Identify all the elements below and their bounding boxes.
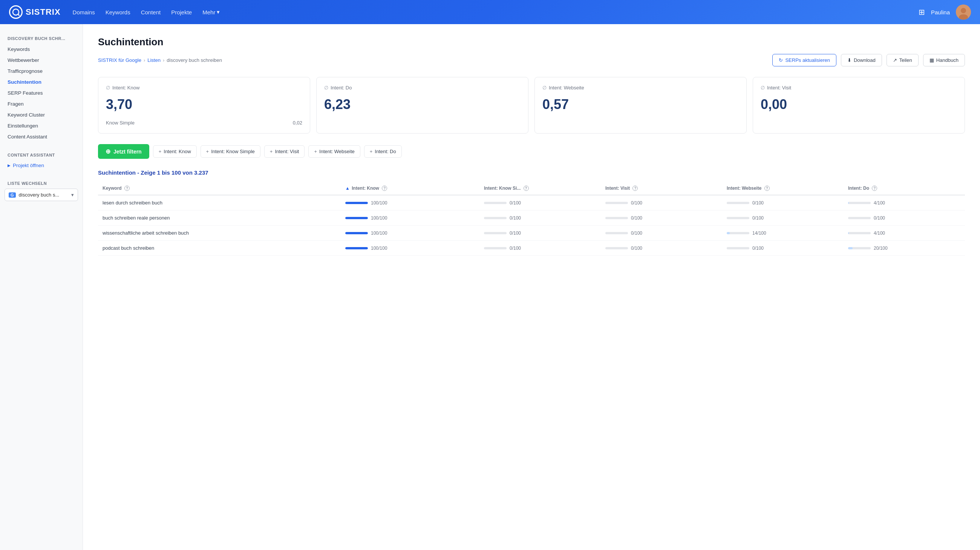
table-row: buch schreiben reale personen 100/100 0/… — [98, 210, 965, 226]
filter-chip-webseite[interactable]: + Intent: Webseite — [308, 145, 360, 158]
progress-bar — [605, 232, 628, 234]
help-icon-keyword[interactable]: ? — [124, 186, 130, 191]
nav-items: Domains Keywords Content Projekte Mehr ▾ — [73, 9, 907, 16]
progress-bar — [484, 247, 507, 249]
score-value: 4/100 — [874, 231, 889, 236]
filter-chip-know[interactable]: + Intent: Know — [153, 145, 197, 158]
help-icon-intent-visit[interactable]: ? — [633, 186, 638, 191]
intent-do-value: 6,23 — [324, 97, 520, 112]
sort-icon: ▲ — [345, 186, 350, 191]
top-bar: SISTRIX für Google › Listen › discovery … — [98, 54, 965, 66]
col-header-intent-visit[interactable]: Intent: Visit ? — [601, 182, 722, 195]
download-button[interactable]: ⬇ Download — [841, 54, 882, 66]
nav-mehr[interactable]: Mehr ▾ — [202, 9, 220, 16]
sidebar-item-projekt-oeffnen[interactable]: ▶ Projekt öffnen — [0, 160, 83, 171]
nav-content[interactable]: Content — [141, 9, 161, 16]
breadcrumb-current: discovery buch schreiben — [167, 57, 222, 63]
table-section: Suchintention - Zeige 1 bis 100 von 3.23… — [98, 169, 965, 256]
table-header-row: Keyword ? ▲ Intent: Know ? Intent: Know … — [98, 182, 965, 195]
table-title: Suchintention - Zeige 1 bis 100 von 3.23… — [98, 169, 965, 176]
progress-bar — [727, 202, 749, 204]
sidebar-item-serp-features[interactable]: SERP Features — [0, 88, 83, 99]
score-cell: 0/100 — [722, 210, 843, 226]
nav-projekte[interactable]: Projekte — [171, 9, 192, 16]
help-icon-intent-do[interactable]: ? — [872, 186, 877, 191]
score-cell: 0/100 — [479, 195, 601, 210]
breadcrumb-sistrix[interactable]: SISTRIX für Google — [98, 57, 142, 63]
progress-bar — [848, 232, 871, 234]
intent-visit-value: 0,00 — [760, 97, 957, 112]
keyword-cell: podcast buch schreiben — [98, 241, 341, 256]
filter-chip-visit-label: Intent: Visit — [275, 148, 299, 154]
breadcrumb-sep-2: › — [163, 57, 164, 63]
score-cell: 0/100 — [479, 226, 601, 241]
col-header-intent-know[interactable]: ▲ Intent: Know ? — [341, 182, 479, 195]
sidebar-item-content-assistant[interactable]: Content Assistant — [0, 131, 83, 142]
sidebar-item-wettbewerber[interactable]: Wettbewerber — [0, 55, 83, 65]
col-header-keyword[interactable]: Keyword ? — [98, 182, 341, 195]
slash-icon-do: ∅ — [324, 85, 328, 91]
col-header-intent-know-si[interactable]: Intent: Know Si... ? — [479, 182, 601, 195]
progress-bar — [345, 202, 368, 204]
sidebar-item-einstellungen[interactable]: Einstellungen — [0, 120, 83, 131]
breadcrumb-sep-1: › — [143, 57, 145, 63]
grid-icon[interactable]: ⊞ — [919, 8, 925, 17]
filter-bar: ⊕ Jetzt filtern + Intent: Know + Intent:… — [98, 144, 965, 159]
score-cell: 100/100 — [341, 195, 479, 210]
refresh-icon: ↻ — [779, 57, 783, 63]
sidebar-item-fragen[interactable]: Fragen — [0, 99, 83, 109]
logo[interactable]: SISTRIX — [9, 5, 61, 19]
svg-line-1 — [18, 14, 20, 16]
plus-icon: + — [270, 148, 273, 154]
nav-keywords[interactable]: Keywords — [105, 9, 130, 16]
score-value: 100/100 — [371, 215, 387, 221]
progress-bar — [848, 247, 871, 249]
sidebar-item-trafficprognose[interactable]: Trafficprognose — [0, 65, 83, 77]
score-cell: 14/100 — [722, 226, 843, 241]
help-icon-intent-webseite[interactable]: ? — [764, 186, 770, 191]
score-value: 0/100 — [631, 200, 647, 206]
sidebar-item-keyword-cluster[interactable]: Keyword Cluster — [0, 109, 83, 120]
progress-bar — [345, 247, 368, 249]
help-icon-intent-know[interactable]: ? — [382, 186, 387, 191]
plus-icon: + — [314, 148, 317, 154]
help-icon-intent-know-si[interactable]: ? — [523, 186, 529, 191]
projekt-label: Projekt öffnen — [13, 163, 44, 168]
filter-chip-know-simple-label: Intent: Know Simple — [211, 148, 255, 154]
liste-value: discovery buch s... — [19, 192, 68, 198]
score-value: 100/100 — [371, 231, 387, 236]
keyword-cell: buch schreiben reale personen — [98, 210, 341, 226]
nav-domains[interactable]: Domains — [73, 9, 95, 16]
sidebar-item-suchintention[interactable]: Suchintention — [0, 77, 83, 88]
score-cell: 0/100 — [479, 241, 601, 256]
progress-bar — [848, 217, 871, 219]
book-icon: ▦ — [929, 57, 934, 63]
score-cell: 100/100 — [341, 226, 479, 241]
logo-icon — [9, 5, 22, 19]
score-cell: 0/100 — [722, 195, 843, 210]
score-value: 0/100 — [510, 215, 525, 221]
score-value: 4/100 — [874, 200, 889, 206]
progress-bar — [605, 217, 628, 219]
score-value: 0/100 — [752, 246, 768, 251]
liste-section: LISTE WECHSELN G discovery buch s... ▾ — [0, 177, 83, 201]
breadcrumb-listen[interactable]: Listen — [147, 57, 161, 63]
liste-dropdown[interactable]: G discovery buch s... ▾ — [5, 189, 78, 201]
intent-webseite-value: 0,57 — [542, 97, 739, 112]
nav-right: ⊞ Paulina — [919, 5, 971, 20]
filter-chip-do[interactable]: + Intent: Do — [364, 145, 402, 158]
serps-aktualisieren-button[interactable]: ↻ SERPs aktualisieren — [772, 54, 837, 66]
col-header-intent-webseite[interactable]: Intent: Webseite ? — [722, 182, 843, 195]
filter-chip-visit[interactable]: + Intent: Visit — [264, 145, 305, 158]
filter-chip-know-simple[interactable]: + Intent: Know Simple — [200, 145, 261, 158]
progress-bar — [727, 232, 749, 234]
handbuch-button[interactable]: ▦ Handbuch — [923, 54, 965, 66]
g-badge: G — [9, 192, 16, 198]
teilen-button[interactable]: ↗ Teilen — [886, 54, 919, 66]
jetzt-filtern-button[interactable]: ⊕ Jetzt filtern — [98, 144, 149, 159]
progress-bar — [605, 202, 628, 204]
sidebar-item-keywords[interactable]: Keywords — [0, 44, 83, 55]
avatar[interactable] — [956, 5, 971, 20]
col-header-intent-do[interactable]: Intent: Do ? — [843, 182, 965, 195]
table-row: podcast buch schreiben 100/100 0/100 — [98, 241, 965, 256]
